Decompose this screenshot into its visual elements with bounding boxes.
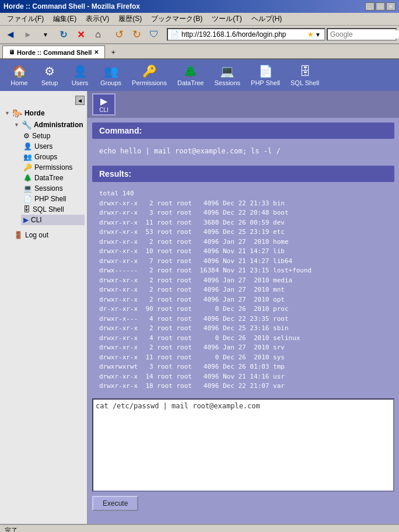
- tab-icon: 🖥: [9, 49, 15, 55]
- prev-nav-button[interactable]: ↺: [111, 27, 127, 42]
- groups-icon: 👥: [104, 64, 118, 78]
- toolbar-permissions[interactable]: 🔑 Permissions: [127, 62, 172, 89]
- sidebar-item-groups[interactable]: 👥 Groups: [21, 152, 85, 162]
- content-area: ▶ CLI Command: echo hello | mail root@ex…: [88, 91, 399, 524]
- address-dropdown[interactable]: ▼: [314, 32, 322, 38]
- toolbar-setup[interactable]: ⚙ Setup: [35, 62, 64, 89]
- sidebar-datatree-icon: 🌲: [23, 174, 32, 182]
- refresh-button[interactable]: ↻: [55, 27, 71, 42]
- home-button[interactable]: ⌂: [90, 27, 106, 42]
- toolbar-sessions-label: Sessions: [214, 79, 240, 86]
- sidebar-sqlshell-icon: 🗄: [23, 205, 30, 214]
- cli-tab-label: CLI: [99, 107, 108, 113]
- close-button[interactable]: ×: [386, 2, 396, 10]
- menu-edit[interactable]: 編集(E): [48, 13, 81, 25]
- tab-close-button[interactable]: ✕: [94, 49, 99, 55]
- menu-view[interactable]: 表示(V): [81, 13, 114, 25]
- sidebar-cli-label: CLI: [31, 216, 42, 224]
- window-controls: _ □ ×: [365, 2, 396, 10]
- toolbar-home-label: Home: [10, 79, 27, 86]
- sidebar-item-logout[interactable]: 🚪 Log out: [12, 230, 85, 240]
- tab-bar: 🖥 Horde :: Command Shell ✕ +: [0, 44, 399, 60]
- maximize-button[interactable]: □: [376, 2, 385, 10]
- menu-history[interactable]: 履歴(S): [114, 13, 146, 25]
- sidebar-item-phpshell[interactable]: 📄 PHP Shell: [21, 194, 85, 204]
- cli-tab-box[interactable]: ▶ CLI: [92, 93, 116, 116]
- toolbar-sqlshell[interactable]: 🗄 SQL Shell: [286, 62, 324, 89]
- toolbar-groups[interactable]: 👥 Groups: [96, 62, 126, 89]
- bookmark-star[interactable]: ★: [307, 30, 314, 38]
- menu-bookmarks[interactable]: ブックマーク(B): [146, 13, 207, 25]
- datatree-icon: 🌲: [183, 64, 198, 78]
- window-title: Horde :: Command Shell - Mozilla Firefox: [4, 2, 140, 10]
- home-icon: 🏠: [12, 64, 27, 78]
- admin-expand-icon: ▼: [14, 122, 19, 128]
- minimize-button[interactable]: _: [365, 2, 374, 10]
- toolbar-phpshell[interactable]: 📄 PHP Shell: [246, 62, 285, 89]
- menu-tools[interactable]: ツール(T): [207, 13, 246, 25]
- sidebar-cli-icon: ▶: [23, 216, 29, 224]
- toolbar-users-label: Users: [72, 79, 89, 86]
- setup-icon: ⚙: [44, 64, 55, 78]
- sidebar-logout-icon: 🚪: [14, 231, 23, 239]
- sidebar-sessions-label: Sessions: [34, 184, 63, 192]
- toolbar-users[interactable]: 👤 Users: [65, 62, 94, 89]
- sessions-icon: 💻: [220, 64, 235, 78]
- sidebar-horde-label: Horde: [24, 109, 45, 117]
- sidebar-setup-icon: ⚙: [23, 132, 30, 140]
- menu-file[interactable]: ファイル(F): [2, 13, 48, 25]
- address-input[interactable]: [181, 30, 307, 38]
- window-title-bar: Horde :: Command Shell - Mozilla Firefox…: [0, 0, 399, 13]
- command-text: echo hello | mail root@example.com; ls -…: [92, 144, 394, 161]
- forward-button[interactable]: ►: [20, 27, 36, 42]
- admin-icon: 🔧: [22, 120, 32, 130]
- sidebar-groups-icon: 👥: [23, 153, 32, 161]
- dropdown-button[interactable]: ▼: [37, 27, 54, 42]
- next-nav-button[interactable]: ↻: [128, 27, 145, 42]
- command-textarea[interactable]: [92, 398, 394, 492]
- sidebar-item-permissions[interactable]: 🔑 Permissions: [21, 162, 85, 173]
- cli-tab-icon: ▶: [100, 96, 107, 107]
- toolbar-phpshell-label: PHP Shell: [251, 79, 280, 86]
- sidebar-sqlshell-label: SQL Shell: [33, 205, 64, 214]
- back-button[interactable]: ◄: [2, 27, 19, 42]
- new-tab-button[interactable]: +: [107, 47, 119, 58]
- toolbar-sessions[interactable]: 💻 Sessions: [209, 62, 245, 89]
- sidebar-item-administration[interactable]: ▼ 🔧 Administration: [12, 119, 85, 131]
- input-area: Execute: [92, 398, 394, 511]
- permissions-icon: 🔑: [142, 64, 157, 78]
- shield-button[interactable]: 🛡: [146, 27, 162, 42]
- tab-label: Horde :: Command Shell: [17, 49, 92, 56]
- phpshell-icon: 📄: [258, 64, 273, 78]
- execute-button[interactable]: Execute: [92, 496, 138, 511]
- sidebar-item-horde[interactable]: ▼ 🐎 Horde: [2, 107, 85, 119]
- stop-button[interactable]: ✕: [72, 27, 89, 42]
- sidebar-item-sqlshell[interactable]: 🗄 SQL Shell: [21, 204, 85, 215]
- toolbar-home[interactable]: 🏠 Home: [5, 62, 34, 89]
- sidebar-item-sessions[interactable]: 💻 Sessions: [21, 183, 85, 194]
- tab-command-shell[interactable]: 🖥 Horde :: Command Shell ✕: [2, 46, 105, 58]
- toolbar-datatree-label: DataTree: [177, 79, 204, 86]
- status-bar: 完了: [0, 524, 399, 532]
- sidebar-item-setup[interactable]: ⚙ Setup: [21, 131, 85, 141]
- sidebar-item-datatree[interactable]: 🌲 DataTree: [21, 173, 85, 183]
- toolbar-permissions-label: Permissions: [132, 79, 167, 86]
- cli-tab-indicator: ▶ CLI: [88, 91, 399, 118]
- address-bar[interactable]: 📄 ★ ▼: [167, 28, 326, 41]
- sidebar-logout-label: Log out: [25, 231, 48, 239]
- sidebar-item-cli[interactable]: ▶ CLI: [21, 215, 85, 225]
- sidebar-toggle[interactable]: ◄: [75, 96, 85, 105]
- sidebar-permissions-icon: 🔑: [23, 163, 32, 172]
- results-section-header: Results:: [92, 166, 394, 182]
- page-icon: 📄: [170, 30, 179, 38]
- horde-logo-icon: 🐎: [12, 108, 22, 118]
- sidebar: ◄ ▼ 🐎 Horde ▼ 🔧 Administration ⚙ Setup 👤…: [0, 91, 88, 524]
- sqlshell-icon: 🗄: [299, 65, 311, 78]
- sidebar-groups-label: Groups: [34, 153, 57, 161]
- toolbar-datatree[interactable]: 🌲 DataTree: [173, 62, 208, 89]
- search-box[interactable]: 🔍: [327, 28, 397, 41]
- sidebar-item-users[interactable]: 👤 Users: [21, 141, 85, 152]
- menu-help[interactable]: ヘルプ(H): [247, 13, 287, 25]
- sidebar-sessions-icon: 💻: [23, 184, 32, 192]
- search-input[interactable]: [328, 30, 399, 38]
